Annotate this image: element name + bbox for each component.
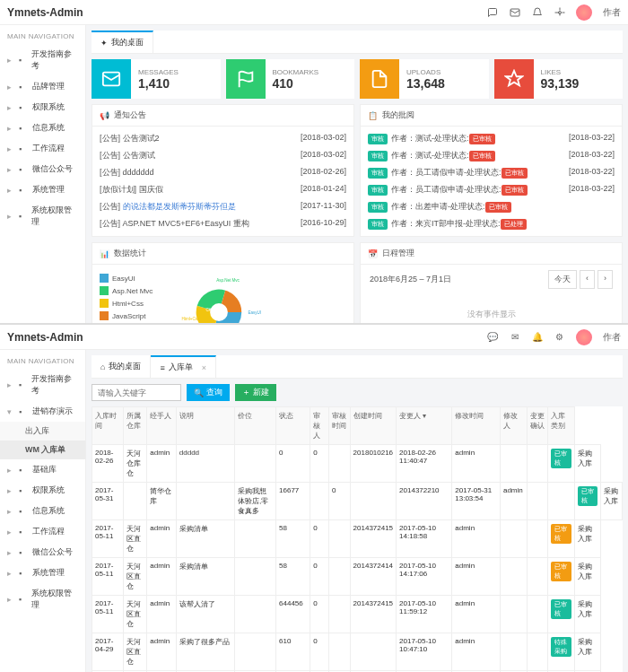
col-header-8[interactable]: 创建时间 [350, 407, 397, 445]
bell-icon[interactable] [531, 6, 543, 18]
status-tag: 已审核 [551, 524, 571, 544]
sidebar-item-5[interactable]: ▸▪微信公众号 [0, 159, 85, 179]
cell: admin [452, 445, 501, 483]
close-icon[interactable]: × [202, 363, 206, 372]
cell: admin [147, 445, 176, 483]
nav-icon: ▪ [19, 548, 28, 557]
search-button[interactable]: 🔍查询 [187, 384, 230, 401]
status-badge: 已审核 [502, 185, 528, 196]
avatar[interactable] [576, 4, 592, 21]
approval-row[interactable]: 审核作者：来宾IT部申报-处理状态:已处理 [368, 215, 615, 232]
col-header-6[interactable]: 审核人 [310, 407, 329, 445]
nav-icon: ▪ [19, 528, 28, 537]
sidebar-subitem-0[interactable]: 出入库 [0, 422, 85, 441]
tab-table[interactable]: ≡入库单× [151, 355, 216, 378]
sidebar-item-5[interactable]: ▸▪工作流程 [0, 521, 85, 542]
cell: 采购我想体验店,零食真多 [235, 483, 276, 520]
sidebar-item-7[interactable]: ▸▪系统管理 [0, 563, 85, 583]
cell [527, 483, 548, 520]
sidebar-item-4[interactable]: ▸▪工作流程 [0, 138, 85, 159]
tab-dashboard[interactable]: ⌂我的桌面 [92, 355, 151, 378]
announce-row[interactable]: [公告] 的说法都是发斯蒂芬斯蒂芬但是[2017-11-30] [100, 198, 346, 215]
col-header-12[interactable]: 变更确认 [527, 407, 548, 445]
approval-row[interactable]: 审核作者：员工请假申请-处理状态:已审核[2018-03-22] [368, 164, 615, 181]
sidebar-item-4[interactable]: ▸▪信息系统 [0, 501, 85, 521]
sidebar-item-1[interactable]: ▸▪品牌管理 [0, 76, 85, 97]
approval-row[interactable]: 审核作者：出差申请-处理状态:已审核 [368, 198, 615, 215]
chart-title: 📊数据统计 [92, 243, 353, 265]
table-row[interactable]: 2018-02-26天河仓库仓adminddddd002018010216201… [92, 445, 623, 483]
announce-row[interactable]: [公告] 公告测试[2018-03-02] [100, 147, 346, 164]
sidebar-subitem-1[interactable]: WM 入库单 [0, 441, 85, 459]
create-button[interactable]: ＋新建 [235, 384, 276, 401]
col-header-9[interactable]: 变更人 ▾ [397, 407, 452, 445]
settings-icon[interactable]: ⚙ [554, 331, 565, 343]
col-header-7[interactable]: 审核时间 [328, 407, 350, 445]
nav-icon: ▪ [19, 569, 28, 578]
col-header-13[interactable]: 入库类别 [548, 407, 575, 445]
sidebar-item-6[interactable]: ▸▪微信公众号 [0, 542, 85, 563]
cell [500, 558, 527, 596]
sidebar-item-0[interactable]: ▸▪开发指南参考 [0, 369, 85, 401]
sidebar-item-2[interactable]: ▸▪权限系统 [0, 97, 85, 118]
sidebar-item-3[interactable]: ▸▪权限系统 [0, 480, 85, 501]
sidebar-item-8[interactable]: ▸▪系统权限管理 [0, 583, 85, 615]
col-header-5[interactable]: 状态 [276, 407, 310, 445]
col-header-1[interactable]: 所属仓库 [123, 407, 147, 445]
table-row[interactable]: 2017-05-11天河区直仓admin采购清单5802014372415201… [92, 520, 623, 558]
sidebar-item-6[interactable]: ▸▪系统管理 [0, 179, 85, 200]
cell: 0 [310, 596, 329, 633]
approval-row[interactable]: 审核作者：测试-处理状态:已审核[2018-03-22] [368, 147, 615, 164]
status-badge: 已审核 [485, 202, 511, 213]
table-row[interactable]: 2017-05-11天河区直仓admin该帮人清了644456020143724… [92, 596, 623, 633]
col-header-11[interactable]: 修改人 [500, 407, 527, 445]
approval-title: 📋我的批阅 [361, 105, 622, 127]
cell: admin [147, 558, 176, 596]
status-tag: 已审核 [578, 486, 598, 506]
avatar[interactable] [576, 329, 592, 345]
table-row[interactable]: 2017-05-31简华仓库采购我想体验店,零食真多16677020143722… [92, 483, 623, 520]
stat-value: 93,139 [541, 76, 580, 91]
cell: 0 [310, 520, 329, 558]
mail-icon[interactable] [509, 6, 520, 18]
approval-row[interactable]: 审核作者：员工请假申请-处理状态:已审核[2018-03-22] [368, 181, 615, 198]
col-header-2[interactable]: 经手人 [147, 407, 176, 445]
sidebar-item-0[interactable]: ▸▪开发指南参考 [0, 44, 85, 76]
stat-card-2: UPLOADS13,648 [360, 59, 489, 99]
message-icon[interactable] [486, 6, 498, 18]
username: 作者 [603, 6, 621, 19]
today-button[interactable]: 今天 [548, 270, 577, 289]
table-row[interactable]: 2017-05-11天河区直仓admin采购清单5802014372414201… [92, 558, 623, 596]
prev-button[interactable]: ‹ [580, 270, 595, 289]
settings-icon[interactable] [554, 6, 565, 18]
col-header-4[interactable]: 价位 [235, 407, 276, 445]
sidebar-item-1[interactable]: ▾▪进销存演示 [0, 401, 85, 422]
announce-row[interactable]: [公告] ddddddd[2018-02-26] [100, 164, 346, 181]
col-header-3[interactable]: 说明 [176, 407, 234, 445]
announce-row[interactable]: [公告] ASP.NET MVC5+EF6+EasyUI 重构[2016-10-… [100, 215, 346, 232]
mail-icon[interactable]: ✉ [509, 331, 520, 343]
search-input[interactable] [92, 384, 181, 401]
cell: 58 [276, 520, 310, 558]
announce-row[interactable]: [公告] 公告测试2[2018-03-02] [100, 130, 346, 147]
tab-dashboard[interactable]: ✦我的桌面 [92, 31, 153, 53]
col-header-0[interactable]: 入库时间 [92, 407, 124, 445]
bell-icon[interactable]: 🔔 [531, 331, 543, 343]
cell: 天河区直仓 [123, 633, 147, 671]
col-header-10[interactable]: 修改时间 [452, 407, 501, 445]
status-tag: 已审核 [551, 562, 571, 581]
chevron-icon: ▸ [7, 212, 14, 221]
sidebar-item-7[interactable]: ▸▪系统权限管理 [0, 200, 85, 232]
nav-icon: ▪ [19, 103, 28, 112]
sidebar-item-2[interactable]: ▸▪基础库 [0, 459, 85, 480]
cell: 采购入库 [574, 558, 601, 596]
table-row[interactable]: 2017-04-29天河区直仓admin采购了很多产品61002017-05-1… [92, 633, 623, 671]
nav-icon: ▪ [19, 380, 28, 389]
announce-row[interactable]: [放假计划] 国庆假[2018-01-24] [100, 181, 346, 198]
sidebar-item-3[interactable]: ▸▪信息系统 [0, 118, 85, 138]
nav-icon: ▪ [19, 212, 28, 221]
next-button[interactable]: › [597, 270, 613, 289]
approval-row[interactable]: 审核作者：测试-处理状态:已审核[2018-03-22] [368, 130, 615, 147]
message-icon[interactable]: 💬 [486, 331, 498, 343]
cell: admin [500, 483, 527, 520]
